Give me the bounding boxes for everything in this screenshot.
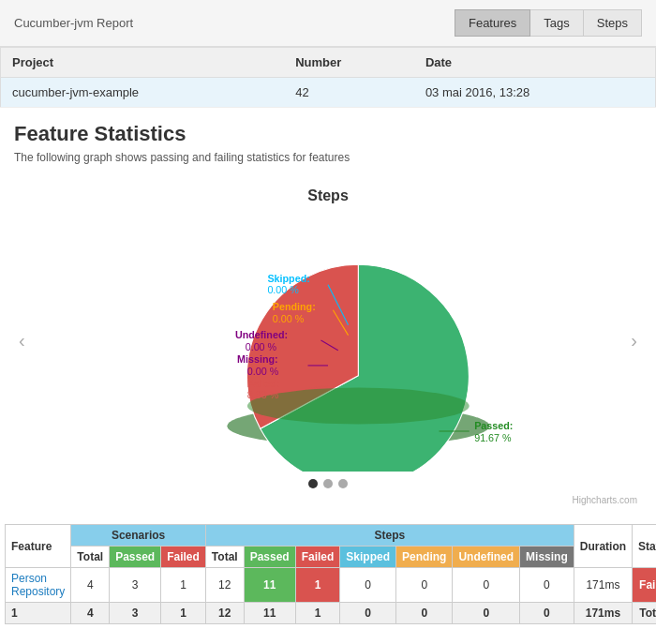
chart-dots [308, 479, 348, 488]
svg-text:Skipped:: Skipped: [267, 273, 309, 284]
tab-features[interactable]: Features [455, 9, 530, 37]
project-date: 03 mai 2016, 13:28 [414, 78, 656, 108]
cell-steps-total: 12 [205, 568, 244, 603]
col-steps-skipped: Skipped [340, 547, 396, 568]
svg-text:Failed:: Failed: [247, 378, 280, 389]
col-steps-total: Total [205, 547, 244, 568]
svg-text:8.33 %: 8.33 % [247, 389, 279, 400]
col-steps-failed: Failed [295, 547, 340, 568]
section-title: Feature Statistics [14, 122, 642, 146]
svg-text:Passed:: Passed: [474, 420, 513, 431]
totals-row: 1 4 3 1 12 11 1 0 0 0 0 171ms Totals [6, 603, 657, 624]
col-scen-total: Total [71, 547, 110, 568]
col-date: Date [414, 48, 656, 78]
col-duration-header: Duration [574, 525, 632, 568]
totals-steps-undefined: 0 [453, 603, 520, 624]
col-steps-passed: Passed [244, 547, 295, 568]
chart-nav-left[interactable]: ‹ [19, 330, 25, 352]
stats-table-wrapper: Feature Scenarios Steps Duration Status … [0, 515, 656, 634]
totals-scen-passed: 3 [110, 603, 161, 624]
col-project: Project [1, 48, 285, 78]
project-name: cucumber-jvm-example [1, 78, 285, 108]
cell-steps-skipped: 0 [340, 568, 396, 603]
feature-statistics-section: Feature Statistics The following graph s… [0, 108, 656, 178]
totals-count: 1 [6, 603, 71, 624]
totals-scen-total: 4 [71, 603, 110, 624]
chart-nav-right[interactable]: › [631, 330, 637, 352]
cell-steps-passed: 11 [244, 568, 295, 603]
cell-steps-failed: 1 [295, 568, 340, 603]
svg-text:0.00 %: 0.00 % [246, 341, 277, 352]
svg-text:0.00 %: 0.00 % [247, 366, 279, 377]
col-feature-header: Feature [6, 525, 71, 568]
svg-text:0.00 %: 0.00 % [267, 284, 299, 295]
svg-text:0.00 %: 0.00 % [273, 313, 305, 324]
tab-bar: Features Tags Steps [455, 9, 642, 37]
col-steps-undefined: Undefined [453, 547, 520, 568]
scenarios-header: Scenarios [71, 525, 206, 547]
stats-table: Feature Scenarios Steps Duration Status … [5, 524, 656, 624]
app-title: Cucumber-jvm Report [14, 16, 133, 30]
tab-tags[interactable]: Tags [530, 9, 583, 37]
svg-text:Pending:: Pending: [273, 301, 316, 312]
svg-text:Undefined:: Undefined: [235, 329, 288, 340]
header: Cucumber-jvm Report Features Tags Steps [0, 0, 656, 47]
cell-steps-missing: 0 [520, 568, 574, 603]
totals-steps-pending: 0 [396, 603, 453, 624]
col-number: Number [284, 48, 414, 78]
table-row: Person Repository 4 3 1 12 11 1 0 0 0 0 … [6, 568, 657, 603]
totals-steps-total: 12 [205, 603, 244, 624]
col-status-header: Status [633, 525, 656, 568]
chart-title: Steps [307, 187, 349, 204]
col-scen-passed: Passed [110, 547, 161, 568]
svg-text:Missing:: Missing: [237, 353, 278, 365]
feature-link[interactable]: Person Repository [6, 568, 71, 603]
steps-header: Steps [205, 525, 574, 547]
pie-chart-svg: Skipped: 0.00 % Pending: 0.00 % Undefine… [103, 209, 553, 472]
highcharts-credit: Highcharts.com [573, 495, 656, 505]
cell-scen-passed: 3 [110, 568, 161, 603]
group-header-row: Feature Scenarios Steps Duration Status [6, 525, 657, 547]
totals-label: Totals [633, 603, 656, 624]
totals-steps-skipped: 0 [340, 603, 396, 624]
project-table: Project Number Date cucumber-jvm-example… [0, 47, 656, 108]
project-row: cucumber-jvm-example 42 03 mai 2016, 13:… [1, 78, 656, 108]
pie-chart-container: Skipped: 0.00 % Pending: 0.00 % Undefine… [103, 209, 553, 472]
cell-steps-undefined: 0 [453, 568, 520, 603]
totals-steps-missing: 0 [520, 603, 574, 624]
tab-steps[interactable]: Steps [584, 9, 642, 37]
project-number: 42 [284, 78, 414, 108]
section-description: The following graph shows passing and fa… [14, 151, 642, 164]
totals-scen-failed: 1 [161, 603, 206, 624]
dot-3[interactable] [338, 479, 348, 488]
totals-steps-failed: 1 [295, 603, 340, 624]
totals-duration: 171ms [574, 603, 632, 624]
col-scen-failed: Failed [161, 547, 206, 568]
col-header-row: Total Passed Failed Total Passed Failed … [6, 547, 657, 568]
cell-scen-failed: 1 [161, 568, 206, 603]
svg-point-2 [247, 388, 470, 425]
cell-duration: 171ms [574, 568, 632, 603]
cell-status: Failed [633, 568, 656, 603]
cell-scen-total: 4 [71, 568, 110, 603]
svg-text:91.67 %: 91.67 % [474, 432, 512, 443]
dot-2[interactable] [323, 479, 333, 488]
col-steps-pending: Pending [396, 547, 453, 568]
col-steps-missing: Missing [520, 547, 574, 568]
totals-steps-passed: 11 [244, 603, 295, 624]
dot-1[interactable] [308, 479, 318, 488]
cell-steps-pending: 0 [396, 568, 453, 603]
chart-area: Steps ‹ [0, 178, 656, 515]
